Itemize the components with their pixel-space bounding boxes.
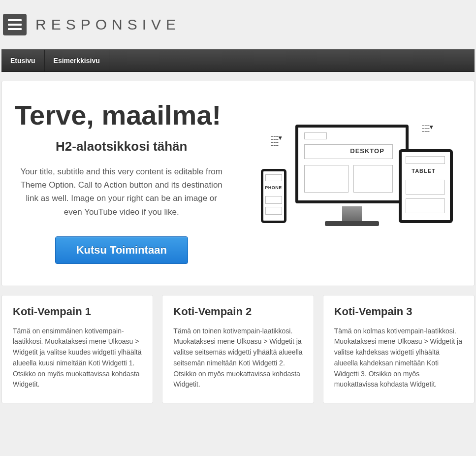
widget-title: Koti-Vempain 2	[173, 305, 302, 318]
tablet-icon: TABLET	[399, 149, 453, 223]
site-header: RESPONSIVE	[0, 0, 476, 49]
arrow-down-icon: ┆┆┆┆	[271, 134, 282, 146]
widget-body: Tämä on toinen kotivempain-laatikkosi. M…	[173, 326, 302, 390]
responsive-devices-illustration: ┆┆┆┆ ┆┆┆ DESKTOP TABLET PHONE	[256, 120, 453, 243]
hero-body-text: Your title, subtitle and this very conte…	[15, 165, 228, 219]
desktop-monitor-icon: DESKTOP	[295, 125, 409, 203]
monitor-base-icon	[325, 221, 379, 226]
site-logo[interactable]: RESPONSIVE	[35, 16, 181, 33]
nav-item-esimerkkisivu[interactable]: Esimerkkisivu	[45, 50, 109, 71]
tablet-label: TABLET	[412, 168, 436, 174]
phone-icon: PHONE	[261, 169, 286, 223]
home-widgets-row: Koti-Vempain 1 Tämä on ensimmäinen kotiv…	[1, 295, 475, 403]
footer-spacer	[0, 403, 476, 418]
hamburger-bar-icon	[8, 24, 22, 26]
hero-title: Terve, maailma!	[15, 99, 228, 131]
hamburger-menu-button[interactable]	[3, 14, 27, 35]
hero-image-column: ┆┆┆┆ ┆┆┆ DESKTOP TABLET PHONE	[248, 99, 462, 264]
hamburger-bar-icon	[8, 19, 22, 21]
desktop-label: DESKTOP	[350, 147, 384, 155]
widget-body: Tämä on ensimmäinen kotivempain-laatikko…	[13, 326, 142, 390]
hero-subtitle: H2-alaotsikkosi tähän	[15, 139, 228, 154]
arrow-down-icon: ┆┆┆	[422, 124, 433, 132]
widget-body: Tämä on kolmas kotivempain-laatikkosi. M…	[334, 326, 463, 390]
home-widget-3: Koti-Vempain 3 Tämä on kolmas kotivempai…	[323, 295, 475, 403]
hero-text-column: Terve, maailma! H2-alaotsikkosi tähän Yo…	[15, 99, 228, 264]
widget-title: Koti-Vempain 1	[13, 305, 142, 318]
primary-nav: Etusivu Esimerkkisivu	[1, 49, 475, 72]
home-widget-1: Koti-Vempain 1 Tämä on ensimmäinen kotiv…	[1, 295, 153, 403]
phone-label: PHONE	[265, 185, 282, 190]
cta-button[interactable]: Kutsu Toimintaan	[55, 236, 188, 264]
hero-section: Terve, maailma! H2-alaotsikkosi tähän Yo…	[1, 81, 475, 286]
nav-item-etusivu[interactable]: Etusivu	[1, 50, 45, 71]
widget-title: Koti-Vempain 3	[334, 305, 463, 318]
home-widget-2: Koti-Vempain 2 Tämä on toinen kotivempai…	[162, 295, 314, 403]
monitor-stand-icon	[342, 206, 362, 222]
hamburger-bar-icon	[8, 28, 22, 30]
